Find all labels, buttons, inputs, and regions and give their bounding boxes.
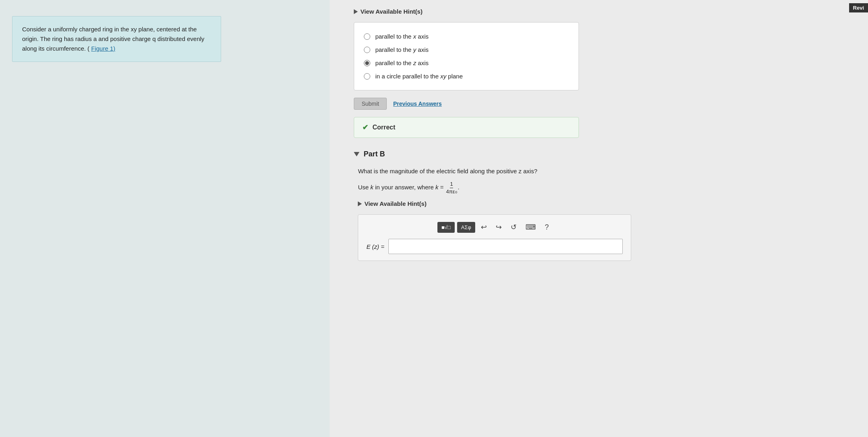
radio-x-axis[interactable] — [364, 33, 370, 40]
option-label-y[interactable]: parallel to the y axis — [375, 46, 429, 53]
correct-label: Correct — [372, 124, 395, 131]
math-toolbar: ■√□ ΑΣφ ↩ ↪ ↺ ⌨ ? — [366, 221, 623, 233]
part-b-section: Part B What is the magnitude of the elec… — [354, 150, 848, 261]
option-label-z[interactable]: parallel to the z axis — [375, 59, 429, 66]
figure-link[interactable]: Figure 1) — [91, 45, 115, 52]
part-b-triangle-icon — [354, 152, 359, 156]
view-hint-b-label: View Available Hint(s) — [364, 200, 427, 207]
equation-label: E (z) = — [366, 243, 384, 250]
refresh-button[interactable]: ↺ — [507, 221, 520, 233]
checkmark-icon: ✔ — [362, 123, 368, 132]
greek-icon: ΑΣφ — [461, 224, 471, 230]
part-b-title: Part B — [363, 150, 385, 158]
option-label-xy[interactable]: in a circle parallel to the xy plane — [375, 73, 463, 80]
radio-z-axis[interactable] — [364, 60, 370, 66]
redo-button[interactable]: ↪ — [492, 221, 505, 233]
view-hint-b[interactable]: View Available Hint(s) — [358, 200, 848, 207]
correct-box: ✔ Correct — [354, 117, 579, 138]
radio-y-axis[interactable] — [364, 47, 370, 53]
hint-triangle-icon — [354, 9, 358, 14]
fraction-numerator: 1 — [450, 181, 453, 188]
problem-box: Consider a uniformly charged ring in the… — [12, 16, 221, 62]
use-k-statement: Use k in your answer, where k = 1 4πε₀ . — [358, 181, 848, 195]
action-row: Submit Previous Answers — [354, 98, 848, 110]
math-template-button[interactable]: ■√□ — [437, 222, 455, 233]
k-fraction: 1 4πε₀ — [446, 181, 457, 195]
option-row-x: parallel to the x axis — [364, 30, 569, 43]
previous-answers-link[interactable]: Previous Answers — [393, 101, 442, 107]
hint-b-triangle-icon — [358, 201, 362, 206]
revi-badge: Revi — [849, 3, 868, 12]
part-b-body: What is the magnitude of the electric fi… — [354, 166, 848, 261]
keyboard-button[interactable]: ⌨ — [522, 221, 539, 233]
part-b-header: Part B — [354, 150, 848, 158]
answer-input[interactable] — [388, 239, 623, 254]
greek-symbols-button[interactable]: ΑΣφ — [457, 222, 475, 233]
submit-button[interactable]: Submit — [354, 98, 387, 110]
option-row-y: parallel to the y axis — [364, 43, 569, 56]
answer-box: ■√□ ΑΣφ ↩ ↪ ↺ ⌨ ? E (z) = — [358, 214, 631, 261]
help-button[interactable]: ? — [542, 222, 552, 233]
fraction-denominator: 4πε₀ — [446, 188, 457, 195]
option-row-xy: in a circle parallel to the xy plane — [364, 70, 569, 83]
option-label-x[interactable]: parallel to the x axis — [375, 33, 429, 40]
radio-xy-plane[interactable] — [364, 73, 370, 80]
undo-button[interactable]: ↩ — [478, 221, 490, 233]
view-hint-label: View Available Hint(s) — [360, 8, 423, 15]
option-row-z: parallel to the z axis — [364, 56, 569, 70]
part-b-question: What is the magnitude of the electric fi… — [358, 166, 848, 176]
math-template-icon: ■√□ — [441, 224, 451, 230]
view-hint-a[interactable]: View Available Hint(s) — [354, 8, 848, 15]
left-panel: Consider a uniformly charged ring in the… — [0, 0, 330, 437]
right-panel: View Available Hint(s) parallel to the x… — [330, 0, 868, 437]
options-box: parallel to the x axis parallel to the y… — [354, 22, 579, 90]
input-row: E (z) = — [366, 239, 623, 254]
